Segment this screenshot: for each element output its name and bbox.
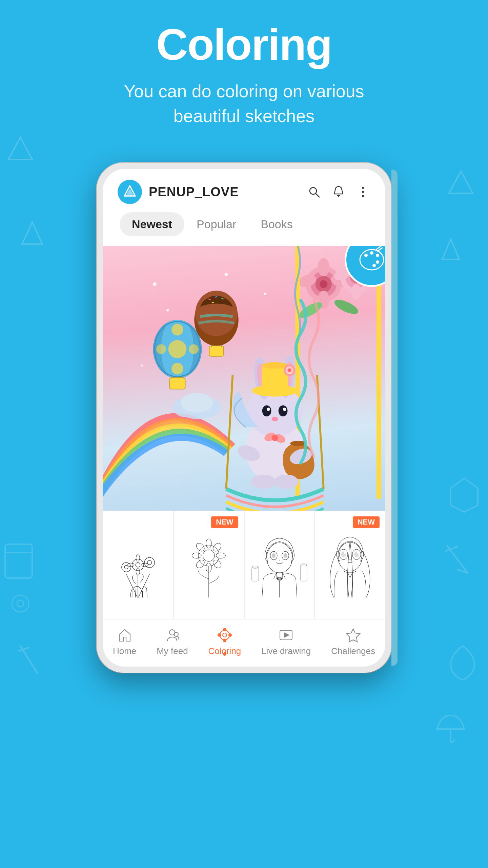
svg-point-124	[203, 550, 214, 561]
tab-newest[interactable]: Newest	[120, 212, 184, 236]
svg-point-119	[122, 563, 131, 572]
svg-point-105	[153, 282, 157, 286]
svg-point-116	[136, 569, 140, 575]
search-icon[interactable]	[307, 184, 322, 199]
phone-outer: PENUP_LOVE	[97, 163, 391, 673]
svg-line-11	[446, 547, 458, 551]
svg-point-160	[223, 639, 226, 642]
svg-point-44	[171, 363, 183, 375]
svg-point-25	[370, 251, 373, 255]
svg-point-128	[216, 553, 225, 558]
svg-point-4	[12, 595, 29, 612]
svg-point-65	[318, 258, 330, 276]
svg-point-129	[195, 541, 206, 553]
svg-point-115	[136, 555, 140, 561]
svg-point-20	[362, 187, 364, 189]
svg-point-21	[362, 191, 364, 193]
app-name: PENUP_LOVE	[149, 185, 239, 199]
svg-point-125	[206, 539, 211, 548]
svg-point-46	[189, 344, 199, 354]
header-section: Coloring You can do coloring on various …	[0, 20, 488, 129]
svg-line-111	[126, 574, 138, 597]
nav-myfeed-label: My feed	[157, 646, 188, 656]
svg-rect-142	[251, 567, 259, 581]
app-logo	[118, 180, 142, 204]
svg-point-96	[287, 368, 291, 372]
svg-point-106	[166, 309, 169, 312]
svg-point-62	[320, 280, 327, 288]
tab-books[interactable]: Books	[248, 212, 305, 236]
svg-point-130	[211, 541, 223, 553]
nav-myfeed[interactable]: My feed	[157, 627, 188, 656]
svg-point-137	[272, 553, 276, 558]
svg-line-112	[138, 574, 149, 597]
svg-marker-164	[285, 633, 289, 637]
penup-logo-icon	[122, 184, 137, 199]
svg-point-146	[338, 542, 362, 571]
thumbnail-1[interactable]	[103, 511, 173, 619]
svg-point-89	[283, 408, 286, 411]
svg-point-26	[376, 254, 379, 257]
svg-point-45	[156, 344, 166, 354]
svg-point-158	[223, 633, 227, 637]
notifications-icon[interactable]	[331, 184, 346, 199]
svg-rect-56	[209, 346, 223, 356]
nav-coloring[interactable]: Coloring	[208, 627, 241, 656]
thumbnail-3[interactable]	[244, 511, 315, 619]
svg-point-127	[192, 553, 201, 558]
thumbnail-4[interactable]: NEW	[314, 511, 385, 619]
svg-point-151	[344, 552, 346, 554]
page-subtitle: You can do coloring on various beautiful…	[0, 79, 488, 129]
svg-line-7	[19, 648, 29, 651]
svg-point-86	[262, 406, 271, 417]
thumbnails-row: NEW	[103, 511, 385, 619]
svg-point-28	[372, 264, 376, 267]
svg-marker-1	[22, 222, 42, 244]
svg-line-6	[20, 646, 37, 673]
phone-inner: PENUP_LOVE	[103, 169, 385, 667]
svg-point-5	[17, 600, 24, 607]
svg-point-24	[364, 254, 368, 257]
tab-bar: Newest Popular Books	[103, 212, 385, 246]
svg-line-12	[458, 570, 468, 573]
svg-point-161	[218, 634, 221, 636]
svg-point-43	[171, 324, 183, 336]
svg-point-87	[279, 406, 288, 417]
nav-home-label: Home	[113, 646, 136, 656]
new-badge-4: NEW	[353, 516, 380, 528]
tab-popular[interactable]: Popular	[184, 212, 248, 236]
svg-point-41	[168, 340, 187, 358]
svg-point-162	[229, 634, 231, 636]
svg-point-113	[132, 559, 144, 571]
svg-rect-47	[169, 378, 185, 389]
svg-point-93	[262, 362, 288, 369]
svg-point-132	[211, 558, 223, 570]
nav-challenges[interactable]: Challenges	[331, 627, 375, 656]
svg-rect-2	[5, 544, 32, 578]
svg-point-131	[195, 558, 206, 570]
app-bar-icons	[307, 184, 370, 199]
svg-point-22	[362, 195, 364, 197]
artwork-area	[103, 246, 385, 511]
svg-marker-9	[442, 239, 459, 259]
svg-point-120	[124, 565, 128, 569]
svg-line-153	[347, 571, 348, 597]
bottom-navigation: Home My feed	[103, 619, 385, 667]
svg-line-154	[352, 571, 353, 597]
svg-point-159	[223, 628, 226, 631]
svg-rect-143	[300, 565, 307, 581]
svg-point-138	[283, 553, 287, 558]
more-options-icon[interactable]	[355, 184, 370, 199]
palette-icon	[357, 246, 385, 275]
svg-point-27	[376, 260, 379, 264]
nav-challenges-label: Challenges	[331, 646, 375, 656]
nav-home[interactable]: Home	[113, 627, 136, 656]
svg-point-90	[271, 417, 278, 421]
svg-point-108	[264, 293, 266, 295]
nav-livedrawing[interactable]: Live drawing	[261, 627, 311, 656]
svg-point-152	[357, 552, 359, 554]
thumbnail-2[interactable]: NEW	[173, 511, 244, 619]
svg-point-104	[274, 475, 299, 489]
svg-point-109	[141, 364, 143, 367]
sketch-flowers	[103, 511, 173, 619]
